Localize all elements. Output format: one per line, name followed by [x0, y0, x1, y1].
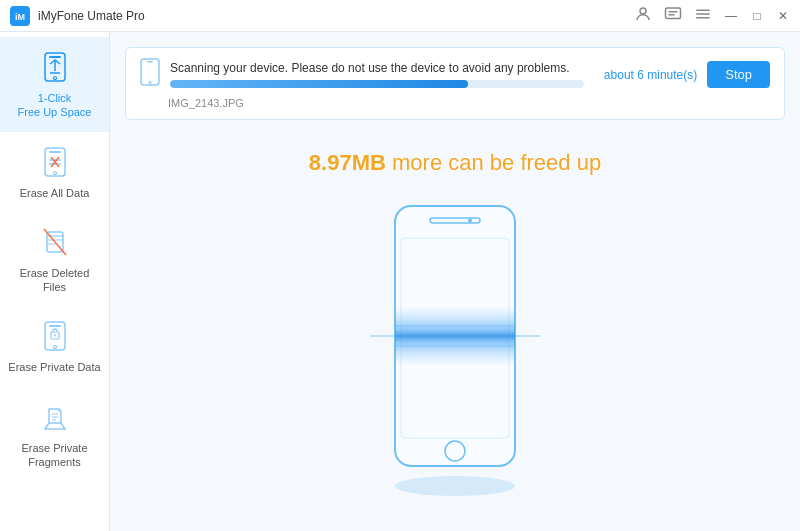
scan-progress-info: Scanning your device. Please do not use … [170, 61, 584, 88]
svg-rect-3 [666, 8, 681, 19]
scan-progress-top: Scanning your device. Please do not use … [140, 58, 770, 91]
svg-point-12 [53, 171, 56, 174]
svg-point-9 [53, 77, 56, 80]
menu-icon[interactable] [694, 5, 712, 27]
sidebar-item-erase-private-fragments[interactable]: Erase Private Fragments [0, 387, 109, 482]
erase-all-data-icon [37, 144, 73, 180]
sidebar-item-free-up-space-label: 1-ClickFree Up Space [18, 91, 92, 120]
title-bar: iM iMyFone Umate Pro — [0, 0, 800, 32]
erase-deleted-files-icon [37, 224, 73, 260]
svg-point-2 [640, 8, 646, 14]
svg-rect-8 [49, 56, 61, 58]
svg-point-30 [149, 81, 151, 83]
progress-bar-fill [170, 80, 468, 88]
scan-time-label: about 6 minute(s) [604, 68, 697, 82]
minimize-button[interactable]: — [724, 9, 738, 23]
center-content: 8.97MB more can be freed up [125, 140, 785, 516]
svg-rect-11 [49, 151, 61, 153]
erase-private-data-icon [37, 318, 73, 354]
sidebar-item-erase-private-data-label: Erase Private Data [8, 360, 100, 374]
erase-private-fragments-icon [37, 399, 73, 435]
svg-rect-29 [147, 61, 153, 63]
freed-up-size: 8.97MB [309, 150, 386, 175]
sidebar-item-erase-private-data[interactable]: Erase Private Data [0, 306, 109, 386]
scan-progress-container: Scanning your device. Please do not use … [125, 47, 785, 120]
svg-point-31 [395, 476, 515, 496]
freed-up-text: 8.97MB more can be freed up [309, 150, 601, 176]
maximize-button[interactable]: □ [750, 9, 764, 23]
svg-point-24 [54, 335, 56, 337]
title-bar-left: iM iMyFone Umate Pro [10, 6, 145, 26]
title-bar-controls: — □ ✕ [634, 5, 790, 27]
sidebar-item-erase-private-fragments-label: Erase Private Fragments [8, 441, 101, 470]
svg-point-34 [468, 219, 472, 223]
svg-point-22 [53, 346, 56, 349]
free-up-space-icon [37, 49, 73, 85]
stop-button[interactable]: Stop [707, 61, 770, 88]
phone-illustration [365, 196, 545, 476]
svg-rect-21 [49, 325, 61, 327]
user-icon[interactable] [634, 5, 652, 27]
app-logo: iM [10, 6, 30, 26]
sidebar-item-erase-deleted-files[interactable]: Erase Deleted Files [0, 212, 109, 307]
phone-small-icon [140, 58, 160, 91]
sidebar-item-erase-all-data-label: Erase All Data [20, 186, 90, 200]
sidebar-item-erase-all-data[interactable]: Erase All Data [0, 132, 109, 212]
main-container: 1-ClickFree Up Space Erase All Data [0, 32, 800, 531]
app-title: iMyFone Umate Pro [38, 9, 145, 23]
chat-icon[interactable] [664, 5, 682, 27]
content-area: Scanning your device. Please do not use … [110, 32, 800, 531]
freed-up-suffix: more can be freed up [386, 150, 601, 175]
sidebar-item-erase-deleted-files-label: Erase Deleted Files [8, 266, 101, 295]
progress-bar [170, 80, 584, 88]
scan-progress-text: Scanning your device. Please do not use … [170, 61, 584, 75]
close-button[interactable]: ✕ [776, 9, 790, 23]
sidebar: 1-ClickFree Up Space Erase All Data [0, 32, 110, 531]
svg-text:iM: iM [15, 12, 25, 22]
scan-file-label: IMG_2143.JPG [168, 97, 770, 109]
sidebar-item-free-up-space[interactable]: 1-ClickFree Up Space [0, 37, 109, 132]
